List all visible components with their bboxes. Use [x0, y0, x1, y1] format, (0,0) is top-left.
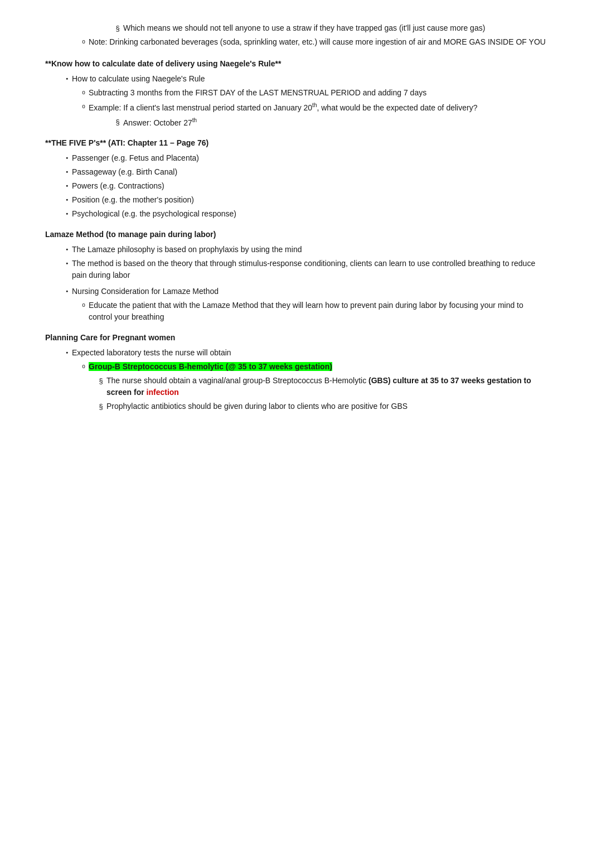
list-item: ● Passenger (e.g. Fetus and Placenta) — [62, 152, 547, 164]
circle-marker: o — [79, 37, 89, 46]
section-marker: § — [112, 23, 123, 34]
circle-marker: o — [79, 102, 89, 110]
item-text: Subtracting 3 months from the FIRST DAY … — [89, 87, 547, 99]
item-text: Passageway (e.g. Birth Canal) — [72, 166, 547, 178]
item-text: The nurse should obtain a vaginal/anal g… — [106, 375, 547, 398]
list-item: ● Nursing Consideration for Lamaze Metho… — [62, 286, 547, 297]
section-marker: § — [95, 375, 106, 387]
list-item: ● The Lamaze philosophy is based on prop… — [62, 244, 547, 255]
list-item: ● Position (e.g. the mother's position) — [62, 194, 547, 206]
list-item: ● The method is based on the theory that… — [62, 258, 547, 281]
list-item: ● How to calculate using Naegele's Rule — [62, 73, 547, 85]
item-text: The method is based on the theory that t… — [72, 258, 547, 281]
gbs-highlight-text: Group-B Streptococcus B-hemolytic (@ 35 … — [89, 362, 332, 371]
naegele-heading: **Know how to calculate date of delivery… — [45, 58, 547, 70]
gbs-bold-text: (GBS) culture at 35 to 37 weeks gestatio… — [106, 376, 531, 397]
infection-text: infection — [147, 388, 179, 397]
list-item: § Which means we should not tell anyone … — [112, 22, 547, 34]
list-item: ● Expected laboratory tests the nurse wi… — [62, 347, 547, 359]
item-text: Position (e.g. the mother's position) — [72, 194, 547, 206]
list-item: o Subtracting 3 months from the FIRST DA… — [79, 87, 547, 99]
list-item: ● Passageway (e.g. Birth Canal) — [62, 166, 547, 178]
planning-care-section: Planning Care for Pregnant women ● Expec… — [45, 332, 547, 412]
section-marker: § — [95, 401, 106, 412]
gbs-item: o Group-B Streptococcus B-hemolytic (@ 3… — [79, 361, 547, 373]
list-item: § Answer: October 27th — [112, 116, 547, 129]
list-item: o Educate the patient that with the Lama… — [79, 300, 547, 323]
main-content: § Which means we should not tell anyone … — [45, 22, 547, 412]
item-text: Prophylactic antibiotics should be given… — [106, 401, 547, 412]
item-text: Example: If a client's last menstrual pe… — [89, 101, 547, 114]
five-ps-heading: **THE FIVE P's** (ATI: Chapter 11 – Page… — [45, 137, 547, 149]
gbs-label: Group-B Streptococcus B-hemolytic (@ 35 … — [89, 361, 547, 373]
circle-marker: o — [79, 301, 89, 309]
item-text: Powers (e.g. Contractions) — [72, 180, 547, 192]
circle-marker: o — [79, 88, 89, 97]
list-item: ● Psychological (e.g. the psychological … — [62, 208, 547, 220]
list-item: § Prophylactic antibiotics should be giv… — [95, 401, 547, 412]
list-item: § The nurse should obtain a vaginal/anal… — [95, 375, 547, 398]
list-item: o Note: Drinking carbonated beverages (s… — [79, 36, 547, 48]
item-text: Psychological (e.g. the psychological re… — [72, 208, 547, 220]
circle-marker: o — [79, 362, 89, 370]
lamaze-heading: Lamaze Method (to manage pain during lab… — [45, 229, 547, 240]
item-text: Passenger (e.g. Fetus and Placenta) — [72, 152, 547, 164]
item-text: Nursing Consideration for Lamaze Method — [72, 286, 547, 297]
lamaze-section: Lamaze Method (to manage pain during lab… — [45, 229, 547, 323]
item-text: Expected laboratory tests the nurse will… — [72, 347, 547, 359]
list-item: o Example: If a client's last menstrual … — [79, 101, 547, 114]
item-text: Note: Drinking carbonated beverages (sod… — [89, 36, 547, 48]
naegele-section: **Know how to calculate date of delivery… — [45, 58, 547, 128]
straw-section: § Which means we should not tell anyone … — [45, 22, 547, 48]
item-text: Answer: October 27th — [123, 116, 547, 129]
list-item: ● Powers (e.g. Contractions) — [62, 180, 547, 192]
item-text: Which means we should not tell anyone to… — [123, 22, 547, 34]
item-text: How to calculate using Naegele's Rule — [72, 73, 547, 85]
planning-care-heading: Planning Care for Pregnant women — [45, 332, 547, 344]
item-text: Educate the patient that with the Lamaze… — [89, 300, 547, 323]
five-ps-section: **THE FIVE P's** (ATI: Chapter 11 – Page… — [45, 137, 547, 220]
item-text: The Lamaze philosophy is based on prophy… — [72, 244, 547, 255]
section-marker: § — [112, 117, 123, 128]
